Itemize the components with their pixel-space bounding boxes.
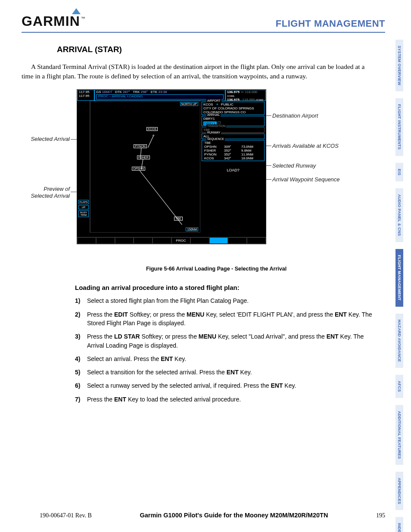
callout-selected-runway: Selected Runway — [272, 162, 316, 169]
tab-system-overview[interactable]: SYSTEM OVERVIEW — [395, 40, 403, 91]
proc-title: PROC – ARRIVAL LOADING — [96, 94, 224, 100]
sequence-row: TBE — [203, 141, 263, 145]
softkey-proc: PROC — [171, 237, 190, 244]
page-header: GARMIN™ FLIGHT MANAGEMENT — [22, 12, 385, 33]
callout-dest-airport: Destination Airport — [272, 112, 318, 119]
section-title: FLIGHT MANAGEMENT — [276, 18, 385, 29]
procedure-steps: 1)Select a stored flight plan from the F… — [75, 296, 376, 404]
route-line — [148, 136, 154, 148]
sequence-lbl: SEQUENCE — [206, 137, 225, 140]
gs-val: 166KT — [102, 90, 112, 94]
tab-afcs[interactable]: AFCS — [395, 375, 403, 398]
wpt-pynon: PYNON — [134, 144, 147, 148]
mfd-eis-strip: FLAPS UP ELEV TRIM — [77, 101, 90, 233]
mfd-screenshot: 117.95 117.95 GS 166KT DTK 287° TRK 298°… — [77, 89, 266, 244]
trk-val: 298° — [140, 90, 148, 94]
north-up-badge: NORTH UP — [180, 102, 198, 106]
tab-audio-panel-cns[interactable]: AUDIO PANEL & CNS — [395, 188, 403, 242]
trademark-icon: ™ — [81, 16, 86, 21]
heading-arrival-star: ARRIVAL (STAR) — [57, 45, 376, 54]
step: 5)Select a transition for the selected a… — [75, 368, 376, 376]
wpt-opshn: OPSHN — [132, 167, 145, 171]
ete-val: 23:38 — [158, 90, 167, 94]
dtk-label: DTK — [115, 90, 122, 94]
map-scale: 150NM — [186, 227, 198, 231]
page-footer: 190-00647-01 Rev. B Garmin G1000 Pilot's… — [40, 512, 385, 519]
tab-flight-management[interactable]: FLIGHT MANAGEMENT — [395, 249, 403, 307]
callout-preview-a: Preview of — [22, 186, 70, 192]
flaps-lbl: FLAPS — [78, 200, 89, 204]
sequence-row: OPSHN309°73.0NM — [203, 145, 263, 149]
step: 6)Select a runway served by the selected… — [75, 381, 376, 390]
trans-lbl: TRANSITION — [206, 124, 226, 128]
mfd-map: NORTH UP 150NM KCOS ✦ PYNON FSHER OPSHN … — [90, 101, 200, 233]
flaps-val: UP — [78, 205, 89, 209]
route-line — [140, 171, 182, 225]
page-number: 195 — [376, 512, 385, 519]
step: 1)Select a stored flight plan from the F… — [75, 296, 376, 305]
com1a: 136.975 — [227, 90, 240, 94]
ete-label: ETE — [151, 90, 158, 94]
step: 7)Press the ENT Key to load the selected… — [75, 395, 376, 404]
garmin-logo: GARMIN™ — [22, 13, 85, 29]
callout-waypoint-seq: Arrival Waypoint Sequence — [272, 176, 340, 183]
trk-label: TRK — [133, 90, 140, 94]
intro-paragraph: A Standard Terminal Arrival (STAR) is lo… — [22, 62, 375, 81]
main-content: ARRIVAL (STAR) A Standard Terminal Arriv… — [57, 45, 376, 408]
step: 3)Press the LD STAR Softkey; or press th… — [75, 332, 376, 350]
arrival-box-lbl: ARRIVAL — [206, 113, 221, 116]
figure-caption: Figure 5-66 Arrival Loading Page - Selec… — [57, 266, 376, 272]
wpt-fsher: FSHER — [137, 156, 150, 159]
side-tabs: SYSTEM OVERVIEWFLIGHT INSTRUMENTSEISAUDI… — [395, 40, 411, 532]
logo-text: GARMIN — [22, 13, 80, 29]
sequence-row: FSHER352°9.8NM — [203, 149, 263, 152]
figure-area: Selected Arrival Preview of Selected Arr… — [26, 89, 345, 261]
gs-label: GS — [96, 90, 101, 94]
step: 4)Select an arrival. Press the ENT Key. — [75, 355, 376, 363]
airport-name: CITY OF COLORADO SPRINGS — [203, 106, 263, 110]
doc-revision: 190-00647-01 Rev. B — [40, 512, 92, 519]
tab-hazard-avoidance[interactable]: HAZARD AVOIDANCE — [395, 314, 403, 368]
tab-flight-instruments[interactable]: FLIGHT INSTRUMENTS — [395, 98, 403, 156]
mfd-right-panel: AIRPORT KCOS ✦ PUBLIC CITY OF COLORADO S… — [200, 101, 266, 233]
procedure-subheading: Loading an arrival procedure into a stor… — [75, 284, 376, 291]
mfd-topbar: 117.95 117.95 GS 166KT DTK 287° TRK 298°… — [77, 90, 266, 101]
tab-eis[interactable]: EIS — [395, 163, 403, 181]
doc-title: Garmin G1000 Pilot's Guide for the Moone… — [140, 512, 328, 519]
callout-preview-b: Selected Arrival — [22, 193, 70, 199]
callout-selected-arrival: Selected Arrival — [22, 136, 70, 142]
callout-arrivals-avail: Arrivals Available at KCOS — [272, 143, 339, 149]
flaps-box: FLAPS UP ELEV TRIM — [78, 200, 89, 218]
sequence-row: KCOS342°18.0NM — [203, 156, 263, 160]
airport-id: KCOS — [203, 103, 213, 106]
elev-trim-lbl: ELEV TRIM — [78, 210, 89, 217]
wpt-kcos: KCOS — [146, 127, 158, 131]
step: 2)Press the EDIT Softkey; or press the M… — [75, 310, 376, 328]
runway-lbl: RUNWAY — [206, 131, 221, 134]
tab-additional-features[interactable]: ADDITIONAL FEATURES — [395, 405, 403, 465]
tab-index[interactable]: INDEX — [395, 517, 403, 532]
mfd-softkey-bar: PROC — [77, 237, 266, 244]
nav2-freq: 117.95 — [79, 94, 93, 98]
sequence-row: PYNON352°11.9NM — [203, 152, 263, 156]
airport-type: PUBLIC — [221, 103, 234, 106]
load-prompt: LOAD? — [200, 168, 266, 172]
tab-appendices[interactable]: APPENDICES — [395, 472, 403, 510]
airport-box-lbl: AIRPORT — [206, 99, 221, 102]
com1-lbl: COM1 — [227, 95, 234, 97]
com1b: 118.000 — [245, 90, 257, 94]
sequence-box: SEQUENCE TBEOPSHN309°73.0NMFSHER352°9.8N… — [202, 140, 265, 161]
dtk-val: 287° — [123, 90, 130, 94]
logo-triangle-icon — [72, 8, 81, 14]
arrival-val: DBRY1 — [203, 117, 263, 121]
